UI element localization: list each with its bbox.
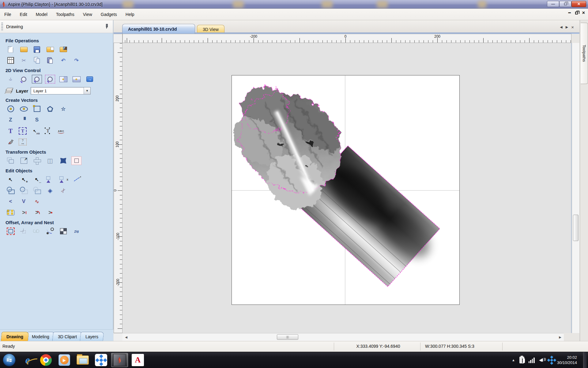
undo-icon[interactable]: ↶: [58, 56, 68, 65]
select-icon[interactable]: ↖: [6, 175, 16, 184]
open-file-icon[interactable]: [19, 45, 29, 54]
document-restore-button[interactable]: [575, 12, 578, 14]
drawing-canvas[interactable]: [123, 43, 571, 333]
menu-help[interactable]: Help: [121, 10, 139, 19]
horizontal-scrollbar[interactable]: ◀ ▶: [123, 333, 564, 341]
center-in-material-icon[interactable]: [32, 156, 42, 165]
job-setup-icon[interactable]: [6, 56, 16, 65]
new-file-icon[interactable]: [6, 45, 16, 54]
document-close-button[interactable]: ×: [582, 11, 585, 14]
draw-rectangle-icon[interactable]: [32, 105, 42, 113]
dimension-icon[interactable]: ?: [19, 139, 27, 145]
draw-text-box-icon[interactable]: T: [19, 127, 27, 135]
import-vectors-icon[interactable]: [45, 45, 55, 54]
menu-toolpaths[interactable]: Toolpaths: [52, 10, 79, 19]
menu-edit[interactable]: Edit: [16, 10, 32, 19]
job-page[interactable]: [232, 75, 460, 305]
fit-curves-icon[interactable]: ∿: [32, 197, 42, 206]
window-restore-button[interactable]: [559, 1, 571, 7]
ungroup-icon[interactable]: x: [58, 175, 68, 184]
network-icon[interactable]: [529, 357, 535, 363]
tile-views-horizontal-icon[interactable]: [71, 75, 81, 83]
draw-circle-icon[interactable]: [6, 105, 16, 113]
zoom-box-icon[interactable]: [32, 75, 42, 83]
array-copy-icon[interactable]: [19, 227, 29, 236]
menu-file[interactable]: File: [0, 10, 16, 19]
tab-scroll-left-icon[interactable]: ◀: [560, 25, 562, 29]
set-size-icon[interactable]: [19, 156, 29, 165]
copy-icon[interactable]: [32, 56, 42, 65]
mirror-icon[interactable]: ◫: [45, 156, 55, 165]
offset-vectors-icon[interactable]: [6, 227, 16, 236]
dropbox-icon[interactable]: [93, 353, 109, 367]
vector-nodes-icon[interactable]: ◈: [45, 186, 55, 195]
draw-polygon-icon[interactable]: [45, 105, 55, 113]
window-close-button[interactable]: ✕: [571, 1, 586, 7]
media-player-icon[interactable]: ▶: [56, 353, 73, 367]
cut-icon[interactable]: ✂: [19, 56, 29, 65]
vertical-scrollbar[interactable]: [572, 43, 579, 333]
weld-vectors-icon[interactable]: [6, 186, 16, 195]
aspire-taskbar-icon[interactable]: [111, 353, 128, 367]
pin-icon[interactable]: [104, 24, 109, 28]
tab-scroll-right-icon[interactable]: ▶: [566, 25, 568, 29]
draw-star-icon[interactable]: ☆: [58, 105, 68, 113]
fillet-icon[interactable]: <: [6, 197, 16, 206]
join-move-endpoints-icon[interactable]: >: [19, 208, 29, 217]
power-icon[interactable]: [519, 357, 524, 363]
paste-array-icon[interactable]: [58, 227, 68, 236]
draw-curve-icon[interactable]: S: [32, 116, 42, 124]
start-button[interactable]: [1, 353, 17, 367]
menu-model[interactable]: Model: [32, 10, 52, 19]
draw-arc-icon[interactable]: ▝: [19, 116, 29, 124]
horizontal-scrollbar-track[interactable]: [130, 333, 556, 341]
chrome-icon[interactable]: [38, 353, 54, 367]
move-selection-icon[interactable]: [6, 156, 16, 165]
panel-tab-3d-clipart[interactable]: 3D Clipart: [52, 332, 82, 341]
menu-gadgets[interactable]: Gadgets: [96, 10, 121, 19]
paste-icon[interactable]: [45, 56, 55, 65]
pan-view-icon[interactable]: ↔: [6, 75, 16, 83]
join-with-smooth-icon[interactable]: >: [45, 208, 55, 217]
horizontal-scrollbar-thumb[interactable]: [277, 334, 298, 340]
dropbox-tray-icon[interactable]: [550, 358, 553, 362]
panel-tab-drawing[interactable]: Drawing: [1, 332, 29, 341]
window-minimize-button[interactable]: —: [547, 1, 559, 7]
import-bitmap-icon[interactable]: [58, 45, 68, 54]
group-icon[interactable]: [45, 175, 55, 184]
panel-tab-modeling[interactable]: Modeling: [26, 332, 55, 341]
adobe-reader-icon[interactable]: A: [130, 353, 146, 367]
panel-tab-layers[interactable]: Layers: [80, 332, 104, 341]
menu-view[interactable]: View: [79, 10, 96, 19]
align-objects-icon[interactable]: [71, 156, 81, 165]
tab-toolpaths[interactable]: Toolpaths: [581, 23, 588, 84]
nesting-icon[interactable]: Zig: [71, 226, 82, 236]
convert-text-to-curves-icon[interactable]: T: [43, 127, 53, 135]
scroll-left-icon[interactable]: ◀: [123, 335, 130, 339]
interactive-transform-icon[interactable]: ↖: [32, 175, 42, 184]
zoom-selected-icon[interactable]: [45, 75, 55, 83]
zoom-interactive-icon[interactable]: [19, 75, 29, 83]
subtract-vectors-icon[interactable]: [19, 186, 29, 195]
trace-bitmap-icon[interactable]: [6, 138, 16, 146]
trim-vectors-icon[interactable]: ✂: [57, 184, 70, 197]
close-vector-icon[interactable]: [6, 208, 16, 217]
scroll-right-icon[interactable]: ▶: [556, 335, 564, 339]
layer-select[interactable]: Layer 1 ▼: [31, 87, 91, 94]
copy-along-vectors-icon[interactable]: [45, 227, 55, 236]
measure-icon[interactable]: [71, 175, 81, 184]
draw-ellipse-icon[interactable]: [19, 105, 29, 113]
switch-2d-3d-view-icon[interactable]: [85, 75, 95, 83]
file-explorer-icon[interactable]: [74, 353, 91, 367]
save-file-icon[interactable]: [32, 45, 42, 54]
circular-array-icon[interactable]: [32, 227, 42, 236]
clock[interactable]: 20:02 30/10/2014: [557, 355, 579, 365]
join-vectors-icon[interactable]: V: [19, 197, 29, 206]
internet-explorer-icon[interactable]: e: [19, 353, 36, 367]
show-hidden-icons-button[interactable]: ▲: [512, 358, 515, 362]
tab-document-2d[interactable]: Acanphill01 30-10.crv3d: [122, 24, 195, 34]
tile-views-vertical-icon[interactable]: [58, 75, 68, 83]
panel-grip[interactable]: [1, 23, 3, 31]
vertical-scrollbar-thumb[interactable]: [573, 215, 579, 241]
draw-polyline-icon[interactable]: Z: [6, 116, 16, 124]
